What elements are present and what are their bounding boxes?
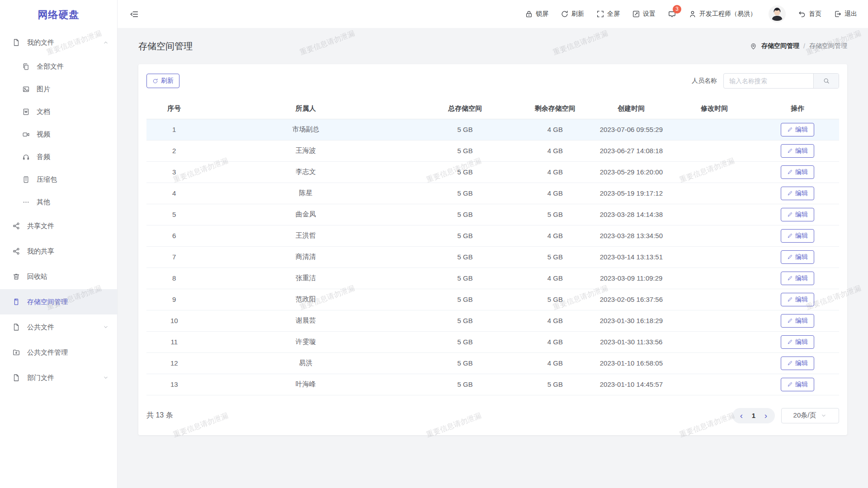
sidebar-item-images[interactable]: 图片 <box>0 78 117 100</box>
page-size-select[interactable]: 20条/页 <box>781 408 839 423</box>
sidebar-item-storage-management[interactable]: 存储空间管理 <box>0 289 117 314</box>
sidebar-item-label: 音频 <box>37 153 50 161</box>
sidebar-item-all-files[interactable]: 全部文件 <box>0 55 117 78</box>
cell-actions: 编辑 <box>756 310 839 331</box>
cell-created-time: 2023-02-05 16:37:56 <box>590 289 673 310</box>
cell-created-time: 2023-01-30 11:33:56 <box>590 331 673 352</box>
edit-button[interactable]: 编辑 <box>781 293 814 306</box>
table-row: 7 商清清 5 GB 5 GB 2023-03-14 13:13:51 编辑 <box>146 246 839 267</box>
column-header-created: 创建时间 <box>590 99 673 119</box>
file-icon <box>12 38 20 47</box>
sidebar-item-audio[interactable]: 音频 <box>0 145 117 168</box>
edit-button[interactable]: 编辑 <box>781 335 814 349</box>
edit-button-label: 编辑 <box>795 317 808 325</box>
search-area: 人员名称 <box>692 73 839 89</box>
settings-button[interactable]: 设置 <box>632 10 656 18</box>
logout-label: 退出 <box>844 10 857 18</box>
cell-total-storage: 5 GB <box>410 374 520 395</box>
sidebar-item-my-files[interactable]: 我的文件 <box>0 30 117 55</box>
page-title: 存储空间管理 <box>138 40 193 52</box>
sidebar-item-videos[interactable]: 视频 <box>0 123 117 145</box>
edit-button[interactable]: 编辑 <box>781 165 814 179</box>
notifications-button[interactable]: 3 <box>668 10 676 19</box>
edit-button[interactable]: 编辑 <box>781 378 814 391</box>
chevron-down-icon <box>821 413 827 419</box>
cell-total-storage: 5 GB <box>410 140 520 161</box>
edit-button[interactable]: 编辑 <box>781 229 814 243</box>
column-header-owner: 所属人 <box>202 99 410 119</box>
prev-page-button[interactable]: ‹ <box>735 411 748 420</box>
cell-no: 3 <box>146 161 202 183</box>
sidebar-item-archives[interactable]: 压缩包 <box>0 168 117 191</box>
cell-actions: 编辑 <box>756 352 839 374</box>
edit-button[interactable]: 编辑 <box>781 187 814 200</box>
home-button[interactable]: 首页 <box>798 10 821 18</box>
cell-modified-time <box>673 183 756 204</box>
user-role-button[interactable]: 开发工程师（易洪） <box>689 10 756 18</box>
cell-remaining-storage: 4 GB <box>520 267 590 289</box>
logout-button[interactable]: 退出 <box>834 10 857 18</box>
sidebar-item-shared-files[interactable]: 共享文件 <box>0 213 117 239</box>
content: 刷新 人员名称 <box>118 64 868 435</box>
zip-icon <box>22 176 30 183</box>
user-icon <box>689 10 697 18</box>
lock-screen-button[interactable]: 锁屏 <box>525 10 548 18</box>
cell-total-storage: 5 GB <box>410 161 520 183</box>
sidebar-item-public-files[interactable]: 公共文件 <box>0 314 117 340</box>
notification-badge: 3 <box>673 5 681 14</box>
edit-button[interactable]: 编辑 <box>781 144 814 158</box>
storage-table: 序号 所属人 总存储空间 剩余存储空间 创建时间 修改时间 操作 1 市场副总 … <box>146 99 839 395</box>
edit-button[interactable]: 编辑 <box>781 208 814 221</box>
search-input-group <box>723 73 839 89</box>
cell-owner: 曲金凤 <box>202 204 410 225</box>
refresh-icon <box>561 10 569 18</box>
sidebar-item-label: 公共文件管理 <box>27 348 68 357</box>
cell-actions: 编辑 <box>756 289 839 310</box>
cell-total-storage: 5 GB <box>410 267 520 289</box>
cell-actions: 编辑 <box>756 225 839 246</box>
search-input[interactable] <box>724 74 813 88</box>
edit-button[interactable]: 编辑 <box>781 123 814 136</box>
column-header-total: 总存储空间 <box>410 99 520 119</box>
search-button[interactable] <box>813 74 839 88</box>
refresh-icon <box>152 78 158 84</box>
current-page[interactable]: 1 <box>748 412 760 419</box>
next-page-button[interactable]: › <box>760 411 772 420</box>
cell-modified-time <box>673 331 756 352</box>
edit-button[interactable]: 编辑 <box>781 250 814 264</box>
fullscreen-button[interactable]: 全屏 <box>596 10 620 18</box>
edit-button[interactable]: 编辑 <box>781 272 814 285</box>
edit-button[interactable]: 编辑 <box>781 357 814 370</box>
fullscreen-icon <box>596 10 604 18</box>
cell-no: 12 <box>146 352 202 374</box>
cell-remaining-storage: 5 GB <box>520 289 590 310</box>
cell-no: 11 <box>146 331 202 352</box>
cell-remaining-storage: 4 GB <box>520 183 590 204</box>
cell-owner: 商清清 <box>202 246 410 267</box>
breadcrumb-root[interactable]: 存储空间管理 <box>761 42 799 50</box>
cell-owner: 叶海峰 <box>202 374 410 395</box>
sidebar-item-department-files[interactable]: 部门文件 <box>0 365 117 390</box>
sidebar-collapse-button[interactable] <box>129 9 139 19</box>
storage-management-card: 刷新 人员名称 <box>138 64 847 435</box>
sidebar-item-my-shares[interactable]: 我的共享 <box>0 239 117 264</box>
table-refresh-button[interactable]: 刷新 <box>146 74 179 88</box>
column-header-modified: 修改时间 <box>673 99 756 119</box>
total-count: 共 13 条 <box>146 411 173 420</box>
ellipsis-icon <box>22 198 30 206</box>
sidebar-item-documents[interactable]: 文档 <box>0 100 117 123</box>
sidebar-nav: 我的文件 全部文件 图片 文档 视频 音频 <box>0 30 117 390</box>
sidebar-item-others[interactable]: 其他 <box>0 191 117 213</box>
pencil-icon <box>787 339 793 345</box>
edit-button[interactable]: 编辑 <box>781 314 814 328</box>
sidebar-item-label: 存储空间管理 <box>27 298 68 306</box>
avatar[interactable] <box>769 5 786 23</box>
refresh-button[interactable]: 刷新 <box>561 10 584 18</box>
sidebar-item-public-files-management[interactable]: 公共文件管理 <box>0 340 117 365</box>
sidebar-item-label: 部门文件 <box>27 374 54 382</box>
edit-button-label: 编辑 <box>795 232 808 240</box>
sidebar-item-recycle-bin[interactable]: 回收站 <box>0 264 117 289</box>
breadcrumb: 存储空间管理 / 存储空间管理 <box>750 42 847 50</box>
document-icon <box>22 108 30 116</box>
edit-button-label: 编辑 <box>795 338 808 346</box>
